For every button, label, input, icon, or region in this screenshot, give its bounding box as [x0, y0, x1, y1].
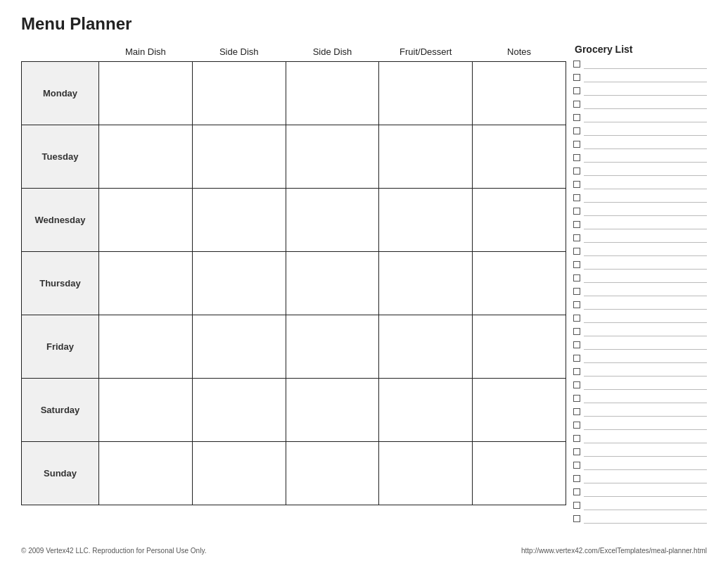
grocery-checkbox[interactable] — [573, 328, 580, 335]
grocery-checkbox[interactable] — [573, 488, 580, 495]
grocery-item[interactable] — [573, 232, 707, 243]
grocery-checkbox[interactable] — [573, 221, 580, 228]
grocery-checkbox[interactable] — [573, 462, 580, 469]
grocery-item[interactable] — [573, 245, 707, 257]
content-cell[interactable] — [99, 315, 193, 379]
content-cell[interactable] — [473, 315, 566, 379]
content-cell[interactable] — [192, 442, 286, 505]
grocery-item[interactable] — [573, 365, 707, 377]
grocery-checkbox[interactable] — [573, 181, 580, 188]
grocery-checkbox[interactable] — [573, 194, 580, 201]
grocery-item[interactable] — [573, 178, 707, 190]
grocery-item[interactable] — [573, 58, 707, 70]
grocery-item[interactable] — [573, 191, 707, 203]
grocery-checkbox[interactable] — [573, 435, 580, 442]
content-cell[interactable] — [473, 125, 566, 189]
content-cell[interactable] — [379, 442, 473, 505]
content-cell[interactable] — [379, 62, 473, 125]
grocery-item[interactable] — [573, 405, 707, 417]
grocery-checkbox[interactable] — [573, 114, 580, 121]
content-cell[interactable] — [99, 379, 193, 442]
grocery-checkbox[interactable] — [573, 274, 580, 282]
grocery-item[interactable] — [573, 111, 707, 123]
grocery-checkbox[interactable] — [573, 141, 580, 148]
grocery-item[interactable] — [573, 84, 707, 96]
content-cell[interactable] — [192, 252, 286, 315]
content-cell[interactable] — [473, 62, 566, 125]
grocery-item[interactable] — [573, 312, 707, 324]
grocery-checkbox[interactable] — [573, 301, 580, 308]
grocery-item[interactable] — [573, 71, 707, 83]
content-cell[interactable] — [473, 189, 566, 252]
grocery-item[interactable] — [573, 512, 707, 524]
grocery-item[interactable] — [573, 298, 707, 310]
content-cell[interactable] — [473, 252, 566, 315]
content-cell[interactable] — [192, 379, 286, 442]
grocery-checkbox[interactable] — [573, 74, 580, 81]
grocery-item[interactable] — [573, 205, 707, 217]
grocery-checkbox[interactable] — [573, 502, 580, 509]
grocery-checkbox[interactable] — [573, 368, 580, 375]
content-cell[interactable] — [473, 442, 566, 505]
grocery-item[interactable] — [573, 392, 707, 404]
grocery-checkbox[interactable] — [573, 208, 580, 215]
grocery-item[interactable] — [573, 419, 707, 431]
grocery-item[interactable] — [573, 285, 707, 297]
grocery-item[interactable] — [573, 486, 707, 498]
content-cell[interactable] — [99, 125, 193, 189]
grocery-checkbox[interactable] — [573, 381, 580, 388]
content-cell[interactable] — [379, 189, 473, 252]
grocery-checkbox[interactable] — [573, 261, 580, 268]
grocery-item[interactable] — [573, 472, 707, 484]
grocery-item[interactable] — [573, 218, 707, 230]
grocery-item[interactable] — [573, 445, 707, 457]
grocery-checkbox[interactable] — [573, 475, 580, 482]
grocery-checkbox[interactable] — [573, 87, 580, 94]
content-cell[interactable] — [286, 189, 379, 252]
content-cell[interactable] — [286, 315, 379, 379]
content-cell[interactable] — [192, 125, 286, 189]
content-cell[interactable] — [286, 125, 379, 189]
content-cell[interactable] — [379, 379, 473, 442]
content-cell[interactable] — [473, 379, 566, 442]
grocery-checkbox[interactable] — [573, 288, 580, 295]
content-cell[interactable] — [286, 379, 379, 442]
grocery-checkbox[interactable] — [573, 127, 580, 134]
content-cell[interactable] — [192, 62, 286, 125]
grocery-item[interactable] — [573, 499, 707, 511]
content-cell[interactable] — [99, 189, 193, 252]
grocery-checkbox[interactable] — [573, 315, 580, 322]
grocery-item[interactable] — [573, 352, 707, 364]
grocery-item[interactable] — [573, 151, 707, 163]
grocery-checkbox[interactable] — [573, 234, 580, 241]
grocery-item[interactable] — [573, 258, 707, 270]
grocery-item[interactable] — [573, 272, 707, 284]
grocery-item[interactable] — [573, 339, 707, 350]
grocery-item[interactable] — [573, 125, 707, 137]
grocery-item[interactable] — [573, 165, 707, 177]
grocery-item[interactable] — [573, 138, 707, 150]
grocery-checkbox[interactable] — [573, 101, 580, 108]
content-cell[interactable] — [286, 442, 379, 505]
grocery-checkbox[interactable] — [573, 61, 580, 68]
content-cell[interactable] — [99, 62, 193, 125]
content-cell[interactable] — [192, 189, 286, 252]
grocery-item[interactable] — [573, 379, 707, 391]
grocery-checkbox[interactable] — [573, 448, 580, 455]
grocery-checkbox[interactable] — [573, 341, 580, 348]
grocery-checkbox[interactable] — [573, 422, 580, 429]
content-cell[interactable] — [286, 62, 379, 125]
grocery-item[interactable] — [573, 98, 707, 110]
content-cell[interactable] — [379, 125, 473, 189]
content-cell[interactable] — [379, 315, 473, 379]
content-cell[interactable] — [379, 252, 473, 315]
grocery-checkbox[interactable] — [573, 515, 580, 522]
content-cell[interactable] — [286, 252, 379, 315]
grocery-item[interactable] — [573, 325, 707, 337]
grocery-checkbox[interactable] — [573, 167, 580, 175]
grocery-checkbox[interactable] — [573, 154, 580, 161]
grocery-checkbox[interactable] — [573, 408, 580, 415]
content-cell[interactable] — [99, 442, 193, 505]
grocery-checkbox[interactable] — [573, 395, 580, 402]
grocery-item[interactable] — [573, 459, 707, 471]
